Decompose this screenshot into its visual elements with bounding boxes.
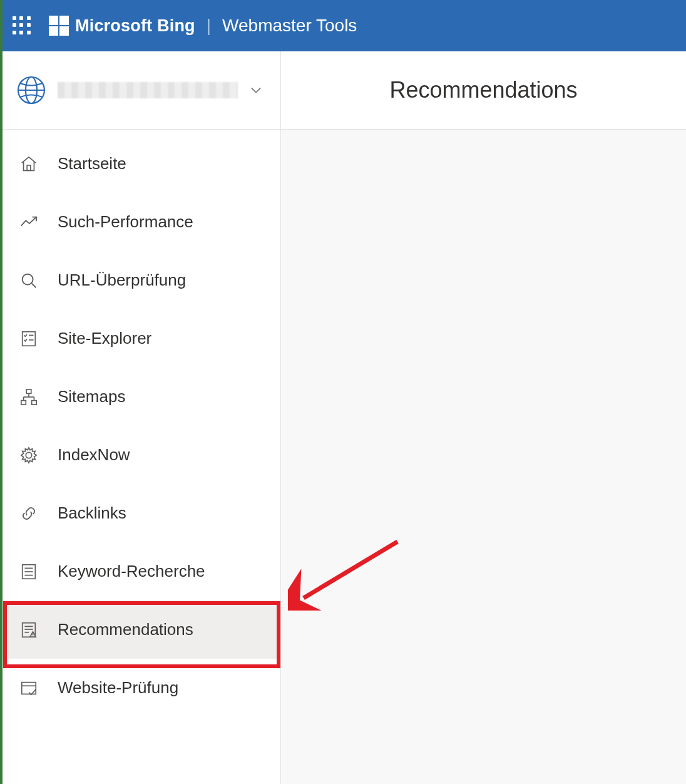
search-icon: [19, 271, 39, 291]
svg-point-16: [26, 452, 31, 458]
home-icon: [19, 154, 39, 174]
sidebar-item-label: Sitemaps: [58, 387, 125, 406]
header-divider: |: [207, 16, 211, 36]
page-title: Recommendations: [389, 77, 577, 103]
sidebar-item-label: Site-Explorer: [58, 329, 151, 348]
product-name: Webmaster Tools: [222, 16, 357, 36]
page-header: Recommendations: [281, 51, 686, 130]
sidebar-item-label: Startseite: [58, 154, 126, 173]
site-selector[interactable]: [3, 51, 280, 130]
body-container: Startseite Such-Performance: [0, 51, 686, 784]
top-header: Microsoft Bing | Webmaster Tools: [0, 0, 686, 51]
sidebar-item-site-scan[interactable]: Website-Prüfung: [3, 659, 280, 717]
list-warning-icon: [19, 620, 39, 640]
svg-rect-6: [23, 331, 36, 346]
sidebar-item-site-explorer[interactable]: Site-Explorer: [3, 309, 280, 368]
site-name-redacted: [58, 82, 238, 98]
sidebar-item-label: Recommendations: [58, 620, 193, 639]
sidebar-item-label: Website-Prüfung: [58, 678, 178, 698]
sidebar-item-sitemaps[interactable]: Sitemaps: [3, 368, 280, 426]
checklist-icon: [19, 329, 39, 349]
trend-icon: [19, 212, 39, 232]
link-icon: [19, 503, 39, 524]
sidebar-item-label: IndexNow: [58, 445, 130, 465]
main-content: Recommendations: [281, 51, 686, 784]
sidebar: Startseite Such-Performance: [3, 51, 281, 784]
svg-rect-3: [27, 165, 31, 170]
sidebar-item-keyword-research[interactable]: Keyword-Recherche: [3, 542, 280, 601]
sidebar-item-url-inspection[interactable]: URL-Überprüfung: [3, 251, 280, 309]
microsoft-logo-icon: [49, 16, 69, 36]
globe-icon: [16, 75, 46, 105]
svg-rect-11: [32, 400, 37, 405]
sidebar-item-indexnow[interactable]: IndexNow: [3, 426, 280, 484]
svg-rect-10: [21, 400, 26, 405]
svg-point-4: [23, 274, 33, 284]
brand-name: Microsoft Bing: [75, 16, 195, 36]
sidebar-item-recommendations[interactable]: Recommendations: [3, 601, 280, 659]
svg-rect-9: [26, 389, 31, 393]
chevron-down-icon: [249, 83, 263, 97]
sidebar-item-label: Keyword-Recherche: [58, 562, 205, 581]
sitemap-icon: [19, 387, 39, 407]
svg-line-5: [32, 283, 36, 287]
sidebar-item-home[interactable]: Startseite: [3, 135, 280, 193]
app-launcher-icon[interactable]: [13, 16, 31, 35]
sidebar-item-label: Backlinks: [58, 503, 126, 523]
sidebar-item-search-performance[interactable]: Such-Performance: [3, 193, 280, 251]
content-area: [281, 130, 686, 784]
nav-list: Startseite Such-Performance: [3, 130, 280, 717]
browser-check-icon: [19, 678, 39, 698]
sidebar-item-label: Such-Performance: [58, 212, 193, 232]
gear-icon: [19, 445, 39, 465]
sidebar-item-label: URL-Überprüfung: [58, 271, 186, 290]
sidebar-item-backlinks[interactable]: Backlinks: [3, 484, 280, 542]
list-icon: [19, 562, 39, 582]
